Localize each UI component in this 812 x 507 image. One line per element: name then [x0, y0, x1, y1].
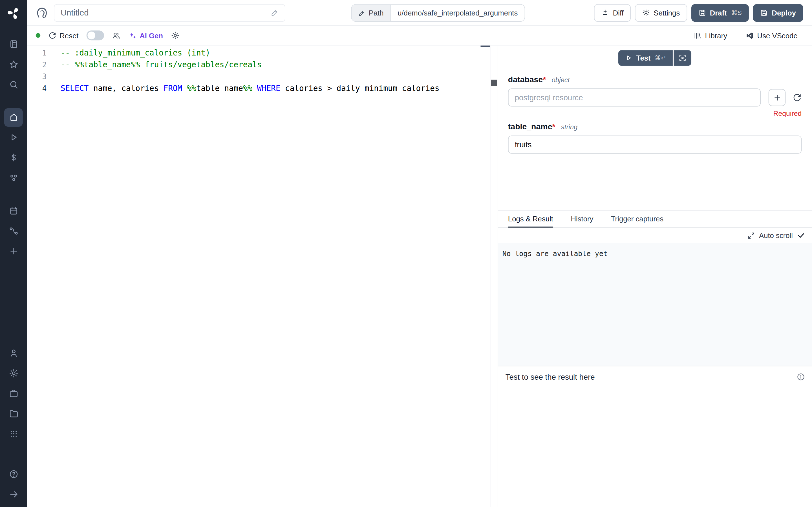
field-name-database: database	[508, 75, 543, 84]
content-row: 1234 -- :daily_minimum_calories (int)-- …	[27, 46, 812, 507]
sidebar-item-favorites[interactable]	[4, 55, 23, 73]
editor-settings-button[interactable]	[171, 31, 180, 40]
draft-shortcut: ⌘S	[731, 9, 742, 17]
code-line[interactable]	[61, 71, 490, 83]
deploy-button[interactable]: Deploy	[753, 4, 803, 21]
table-name-input-row	[508, 135, 802, 154]
sidebar-item-help[interactable]	[4, 464, 23, 483]
main-area: Untitled Path u/demo/safe_interpolated_a…	[27, 0, 812, 507]
expand-logs-button[interactable]	[747, 231, 755, 239]
required-star: *	[552, 122, 555, 131]
library-icon	[694, 31, 702, 40]
editor-resize-grip[interactable]	[480, 46, 490, 47]
sidebar-item-apps[interactable]	[4, 425, 23, 443]
required-star: *	[543, 75, 546, 84]
test-row: Test ⌘↵	[508, 50, 802, 66]
test-button-label: Test	[637, 54, 651, 62]
search-icon	[8, 79, 18, 89]
status-dot	[36, 33, 41, 38]
tab-trigger-captures[interactable]: Trigger captures	[611, 211, 663, 228]
library-label: Library	[705, 31, 727, 40]
sidebar-item-docs[interactable]	[4, 35, 23, 53]
draft-button-label: Draft	[710, 8, 727, 17]
play-icon	[625, 54, 632, 62]
code-line[interactable]: -- :daily_minimum_calories (int)	[61, 47, 490, 59]
code-lines[interactable]: -- :daily_minimum_calories (int)-- %%tab…	[61, 46, 490, 507]
settings-button-label: Settings	[654, 8, 680, 17]
home-icon	[8, 112, 18, 122]
test-shortcut: ⌘↵	[655, 54, 666, 62]
plus-icon	[8, 246, 18, 256]
line-number: 2	[27, 59, 61, 71]
save-icon	[698, 9, 706, 17]
calendar-icon	[8, 206, 18, 216]
scrollbar-thumb[interactable]	[491, 80, 497, 86]
sidebar-item-variables[interactable]	[4, 148, 23, 167]
header-actions: Diff Settings Draft ⌘S	[594, 4, 803, 21]
sidebar-item-workers[interactable]	[4, 384, 23, 403]
code-line[interactable]: SELECT name, calories FROM %%table_name%…	[61, 83, 490, 95]
editor-toolbar: Reset AI Gen	[27, 26, 812, 46]
collaborators-button[interactable]	[112, 31, 120, 40]
result-hint-text: Test to see the result here	[506, 372, 595, 381]
pencil-icon	[358, 10, 365, 16]
sidebar-item-runs[interactable]	[4, 128, 23, 147]
sidebar-item-add[interactable]	[4, 242, 23, 260]
table-name-input[interactable]	[508, 135, 802, 154]
ai-gen-label: AI Gen	[140, 31, 163, 40]
add-resource-button[interactable]	[769, 89, 786, 106]
field-label-database: database* object	[508, 75, 802, 84]
collab-toggle[interactable]	[86, 31, 104, 40]
windmill-logo[interactable]	[0, 0, 27, 26]
database-input-row	[508, 89, 802, 107]
user-icon	[8, 348, 18, 358]
sidebar-item-resources[interactable]	[4, 168, 23, 187]
folder-icon	[8, 409, 18, 418]
sidebar-item-account[interactable]	[4, 344, 23, 362]
watch-mode-button[interactable]	[674, 50, 691, 66]
auto-scroll-label[interactable]: Auto scroll	[759, 231, 793, 239]
star-icon	[8, 59, 18, 69]
path-group[interactable]: Path u/demo/safe_interpolated_arguments	[351, 4, 525, 22]
sidebar-item-settings[interactable]	[4, 364, 23, 383]
sidebar-item-flows[interactable]	[4, 221, 23, 240]
info-icon[interactable]	[797, 372, 805, 381]
settings-button[interactable]: Settings	[635, 4, 687, 21]
code-editor[interactable]: 1234 -- :daily_minimum_calories (int)-- …	[27, 46, 490, 507]
sidebar-item-schedules[interactable]	[4, 201, 23, 220]
sidebar	[0, 0, 27, 507]
test-button[interactable]: Test ⌘↵	[618, 50, 673, 66]
reset-button[interactable]: Reset	[48, 31, 79, 40]
sidebar-item-home[interactable]	[4, 108, 23, 126]
field-type-database: object	[552, 76, 570, 84]
sidebar-item-folders[interactable]	[4, 404, 23, 423]
database-input[interactable]	[508, 89, 761, 107]
draft-button[interactable]: Draft ⌘S	[691, 4, 749, 21]
deploy-button-label: Deploy	[772, 8, 796, 17]
sidebar-collapse-toggle[interactable]	[4, 485, 23, 503]
use-vscode-button[interactable]: Use VScode	[746, 31, 797, 40]
path-label-text: Path	[369, 9, 384, 17]
tab-logs-result[interactable]: Logs & Result	[508, 211, 553, 228]
sidebar-item-search[interactable]	[4, 75, 23, 94]
postgresql-icon	[35, 6, 49, 19]
reset-button-label: Reset	[59, 31, 79, 40]
library-button[interactable]: Library	[694, 31, 727, 40]
field-label-table-name: table_name* string	[508, 122, 802, 131]
grid-icon	[8, 429, 18, 439]
path-label: Path	[352, 5, 391, 21]
dollar-icon	[8, 153, 18, 163]
diff-button[interactable]: Diff	[594, 4, 631, 21]
script-title-input[interactable]: Untitled	[54, 4, 285, 21]
tab-history[interactable]: History	[571, 211, 593, 228]
code-line[interactable]: -- %%table_name%% fruits/vegetables/cere…	[61, 59, 490, 71]
pencil-icon[interactable]	[271, 9, 279, 17]
editor-scrollbar[interactable]	[490, 46, 498, 507]
test-button-group: Test ⌘↵	[618, 50, 691, 66]
check-icon[interactable]	[797, 231, 805, 239]
ai-gen-button[interactable]: AI Gen	[128, 31, 163, 40]
diff-icon	[601, 9, 609, 17]
vscode-icon	[746, 31, 754, 40]
path-value[interactable]: u/demo/safe_interpolated_arguments	[391, 5, 524, 21]
refresh-resources-button[interactable]	[792, 93, 802, 102]
